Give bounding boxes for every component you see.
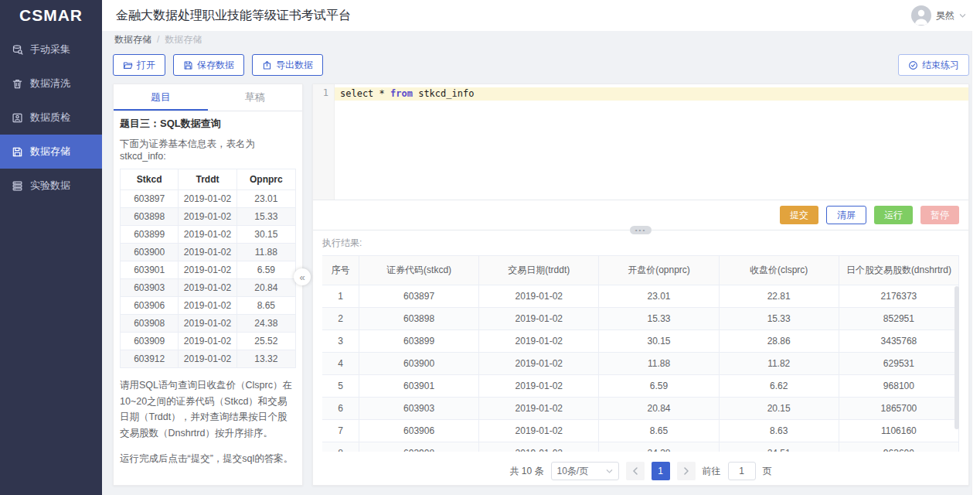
clear-screen-button[interactable]: 清屏 (826, 206, 866, 224)
sidebar: CSMAR 手动采集 数据清洗 数据质检 数据存储 实验数据 (0, 0, 102, 495)
results-label: 执行结果: (322, 237, 959, 250)
csmar-logo: CSMAR (0, 0, 102, 31)
breadcrumb-separator: / (157, 34, 159, 45)
page-scrollbar[interactable] (971, 31, 980, 495)
sidebar-item-label: 数据质检 (30, 111, 70, 125)
editor-code: select * from stkcd_info (335, 84, 968, 200)
page-size-select[interactable]: 10条/页 (551, 462, 619, 480)
export-icon (262, 60, 272, 70)
goto-unit-label: 页 (763, 465, 772, 478)
results-col-header: 序号 (322, 255, 359, 285)
line-number: 1 (313, 87, 328, 98)
user-menu[interactable]: 昊然 (911, 5, 966, 26)
main-column: 金融大数据处理职业技能等级证书考试平台 昊然 数据存储 / 数据存储 打开 (102, 0, 980, 495)
toolbar: 打开 保存数据 导出数据 结束练习 (113, 54, 969, 76)
results-table-row: 2 603898 2019-01-02 15.33 15.33 852951 (322, 308, 959, 330)
save-icon (12, 146, 23, 158)
prev-page-button[interactable] (626, 462, 645, 480)
chevron-down-icon (959, 13, 966, 19)
question-table-row: 603909 2019-01-02 25.52 (121, 333, 295, 350)
results-col-header: 交易日期(trddt) (479, 255, 599, 285)
question-note: 运行完成后点击“提交”，提交sql的答案。 (120, 451, 296, 467)
results-col-header: 收盘价(clsprc) (720, 255, 839, 285)
question-table-row: 603908 2019-01-02 24.38 (121, 315, 295, 333)
question-title: 题目三：SQL数据查询 (120, 117, 296, 131)
question-col-header: Opnprc (237, 169, 295, 190)
save-data-button[interactable]: 保存数据 (173, 54, 244, 76)
next-page-button[interactable] (677, 462, 696, 480)
question-col-header: Stkcd (121, 169, 179, 190)
question-table-row: 603903 2019-01-02 20.84 (121, 279, 295, 297)
sidebar-item-data-qc[interactable]: 数据质检 (0, 101, 102, 135)
sidebar-item-experiment-data[interactable]: 实验数据 (0, 169, 102, 203)
submit-button[interactable]: 提交 (780, 206, 818, 224)
pagination: 共 10 条 10条/页 1 (322, 452, 959, 490)
question-body: 题目三：SQL数据查询 下面为证券基本信息表，表名为stkcd_info: St… (114, 111, 302, 485)
results-col-header: 开盘价(opnprc) (599, 255, 719, 285)
question-table-row: 603898 2019-01-02 15.33 (121, 208, 295, 226)
sql-editor[interactable]: 1 select * from stkcd_info (313, 84, 968, 200)
question-table-row: 603899 2019-01-02 30.15 (121, 226, 295, 244)
folder-icon (123, 60, 133, 70)
sidebar-item-manual-collect[interactable]: 手动采集 (0, 32, 102, 67)
sidebar-item-data-clean[interactable]: 数据清洗 (0, 67, 102, 101)
question-table-row: 603900 2019-01-02 11.88 (121, 244, 295, 261)
results-scrollbar[interactable] (954, 286, 959, 429)
page-title: 金融大数据处理职业技能等级证书考试平台 (116, 8, 351, 24)
collapse-panel-button[interactable]: « (294, 268, 311, 285)
finish-practice-button[interactable]: 结束练习 (898, 54, 969, 76)
sql-keyword-token: from (390, 88, 413, 99)
resize-handle[interactable]: ••• (630, 226, 652, 234)
question-table-header: Stkcd Trddt Opnprc (121, 169, 295, 190)
sidebar-item-label: 实验数据 (30, 179, 70, 193)
results-table-row: 4 603900 2019-01-02 11.88 11.82 629531 (322, 353, 959, 375)
results-table: 序号 证券代码(stkcd) 交易日期(trddt) 开盘价(opnprc) 收… (322, 255, 959, 452)
results-table-row: 8 603908 2019-01-02 24.38 24.51 963600 (322, 442, 959, 452)
chevrons-left-icon: « (299, 271, 305, 283)
results-table-row: 6 603903 2019-01-02 20.84 20.15 1865700 (322, 398, 959, 420)
sidebar-item-label: 手动采集 (30, 43, 70, 56)
question-text: 请用SQL语句查询日收盘价（Clsprc）在10~20之间的证券代码（Stkcd… (120, 377, 296, 442)
run-button[interactable]: 运行 (874, 206, 913, 224)
sql-token: select * (340, 88, 390, 99)
chevron-right-icon (683, 467, 689, 475)
work-panel: 1 select * from stkcd_info 提交 清屏 运行 暂停 •… (312, 84, 969, 486)
question-intro: 下面为证券基本信息表，表名为stkcd_info: (120, 138, 296, 162)
results-table-row: 3 603899 2019-01-02 30.15 28.86 3435768 (322, 330, 959, 353)
chevron-down-icon (606, 468, 613, 475)
page-number-button[interactable]: 1 (652, 462, 670, 480)
app-root: CSMAR 手动采集 数据清洗 数据质检 数据存储 实验数据 (0, 0, 980, 495)
results-table-row: 1 603897 2019-01-02 23.01 22.81 2176373 (322, 285, 959, 308)
goto-label: 前往 (703, 465, 721, 478)
code-line: select * from stkcd_info (335, 87, 968, 101)
export-data-button[interactable]: 导出数据 (252, 54, 323, 76)
content-area: 打开 保存数据 导出数据 结束练习 (102, 48, 980, 495)
circle-check-icon (908, 60, 918, 70)
question-tabs: 题目 草稿 (114, 84, 302, 111)
results-section: ••• 执行结果: 序号 证券代码(stkcd) 交易日期(trddt) 开盘价… (313, 230, 968, 485)
pagination-total: 共 10 条 (509, 465, 543, 478)
tab-draft[interactable]: 草稿 (208, 84, 302, 111)
question-col-header: Trddt (179, 169, 236, 190)
question-table-row: 603901 2019-01-02 6.59 (121, 261, 295, 279)
server-icon (12, 180, 23, 192)
question-table-row: 603906 2019-01-02 8.65 (121, 297, 295, 315)
chevron-left-icon (632, 467, 638, 475)
question-table-row: 603897 2019-01-02 23.01 (121, 190, 295, 208)
top-header: 金融大数据处理职业技能等级证书考试平台 昊然 (102, 0, 980, 31)
sidebar-item-data-storage[interactable]: 数据存储 (0, 135, 102, 169)
open-button[interactable]: 打开 (113, 54, 165, 76)
breadcrumb-item[interactable]: 数据存储 (114, 33, 151, 46)
question-table-row: 603912 2019-01-02 13.32 (121, 350, 295, 368)
question-table: Stkcd Trddt Opnprc 603897 2019-01-02 23.… (120, 169, 296, 368)
user-name: 昊然 (936, 9, 954, 22)
tab-question[interactable]: 题目 (114, 84, 208, 111)
avatar (911, 5, 931, 26)
sidebar-menu: 手动采集 数据清洗 数据质检 数据存储 实验数据 (0, 31, 102, 203)
goto-page-input[interactable] (728, 462, 756, 480)
results-col-header: 日个股交易股数(dnshrtrd) (839, 255, 959, 285)
pause-button[interactable]: 暂停 (920, 206, 959, 224)
results-table-row: 5 603901 2019-01-02 6.59 6.62 968100 (322, 375, 959, 398)
sidebar-item-label: 数据存储 (30, 145, 70, 159)
question-table-rows: 603897 2019-01-02 23.01 603898 2019-01-0… (121, 190, 295, 368)
